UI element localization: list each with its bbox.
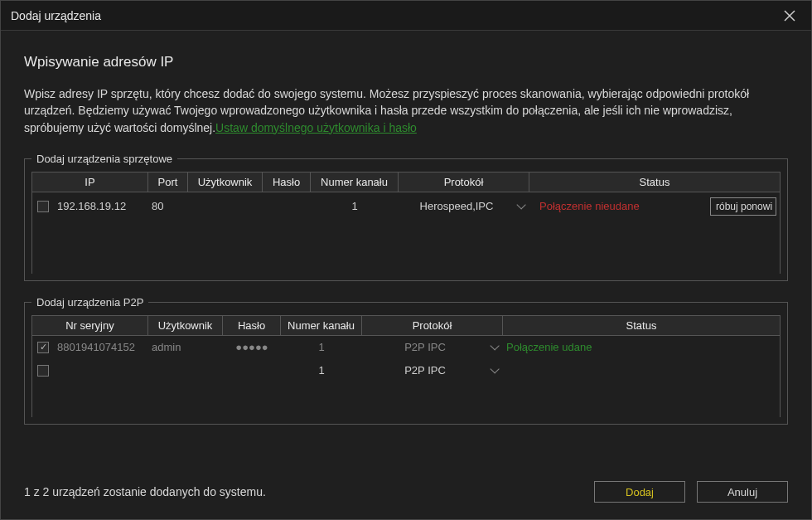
p2p-devices-group: Dodaj urządzenia P2P Nr seryjny Użytkown… [24,296,788,425]
cell-password[interactable]: ●●●●● [223,339,281,355]
description-text: Wpisz adresy IP sprzętu, który chcesz do… [24,85,788,136]
p2p-table: Nr seryjny Użytkownik Hasło Numer kanału… [31,315,781,417]
row-checkbox[interactable] [37,201,49,212]
col-status: Status [503,316,780,335]
table-row[interactable]: 8801941074152 admin ●●●●● 1 P2P IPC Połą… [32,336,780,359]
col-user: Użytkownik [188,173,263,192]
chevron-down-icon [490,365,499,374]
col-protocol: Protokół [399,173,529,192]
col-ip: IP [32,173,148,192]
table-row[interactable]: 192.168.19.12 80 1 Herospeed,IPC Połącze… [32,192,780,221]
retry-button[interactable]: róbuj ponowi [710,197,776,216]
col-status: Status [529,173,780,192]
cell-user[interactable] [188,205,263,208]
cell-serial[interactable]: 8801941074152 [54,339,148,355]
add-devices-dialog: Dodaj urządzenia Wpisywanie adresów IP W… [0,0,812,520]
cell-user[interactable]: admin [148,339,223,355]
col-user: Użytkownik [148,316,223,335]
titlebar: Dodaj urządzenia [1,1,811,31]
cell-password[interactable] [223,369,281,372]
hardware-table-body: 192.168.19.12 80 1 Herospeed,IPC Połącze… [31,192,781,274]
cell-ip[interactable]: 192.168.19.12 [54,198,148,214]
hardware-devices-group: Dodaj urządzenia sprzętowe IP Port Użytk… [24,153,788,281]
cell-channel[interactable]: 1 [281,339,362,355]
status-text: Połączenie nieudane [533,200,710,212]
chevron-down-icon [490,342,499,351]
p2p-table-header: Nr seryjny Użytkownik Hasło Numer kanału… [31,315,781,336]
set-default-credentials-link[interactable]: Ustaw domyślnego użytkownika i hasło [215,121,417,134]
chevron-down-icon [516,201,525,210]
col-channel: Numer kanału [281,316,362,335]
dialog-title: Dodaj urządzenia [11,9,778,22]
protocol-name: P2P IPC [365,341,485,353]
col-port: Port [148,173,188,192]
protocol-name: Herospeed,IPC [402,200,511,212]
cell-status: Połączenie nieudane róbuj ponowi [529,196,780,217]
hardware-group-legend: Dodaj urządzenia sprzętowe [31,153,177,165]
row-checkbox[interactable] [37,342,49,353]
status-text [503,369,780,372]
content-area: Wpisywanie adresów IP Wpisz adresy IP sp… [1,31,811,478]
p2p-group-legend: Dodaj urządzenia P2P [31,296,148,309]
row-checkbox[interactable] [37,365,49,377]
col-protocol: Protokół [362,316,503,335]
table-row[interactable]: 1 P2P IPC [32,359,780,382]
col-channel: Numer kanału [311,173,399,192]
add-button[interactable]: Dodaj [594,481,685,503]
col-serial: Nr seryjny [32,316,148,335]
cell-password[interactable] [263,205,311,208]
hardware-table: IP Port Użytkownik Hasło Numer kanału Pr… [31,172,781,274]
cancel-button[interactable]: Anuluj [697,481,788,503]
protocol-name: P2P IPC [365,364,485,377]
col-password: Hasło [223,316,281,335]
p2p-table-body: 8801941074152 admin ●●●●● 1 P2P IPC Połą… [31,336,781,417]
cell-port[interactable]: 80 [148,198,188,214]
col-password: Hasło [263,173,311,192]
cell-channel[interactable]: 1 [311,198,399,214]
cell-protocol[interactable]: Herospeed,IPC [399,198,529,214]
close-button[interactable] [778,4,801,27]
footer-status-text: 1 z 2 urządzeń zostanie dodanych do syst… [24,485,582,498]
cell-serial[interactable] [54,369,148,372]
cell-protocol[interactable]: P2P IPC [362,339,503,355]
cell-protocol[interactable]: P2P IPC [362,362,503,378]
hardware-table-header: IP Port Użytkownik Hasło Numer kanału Pr… [31,172,781,192]
page-heading: Wpisywanie adresów IP [24,54,788,70]
close-icon [784,10,795,22]
status-text: Połączenie udane [503,339,780,355]
cell-channel[interactable]: 1 [281,362,362,378]
dialog-footer: 1 z 2 urządzeń zostanie dodanych do syst… [1,478,811,519]
cell-user[interactable] [148,369,223,372]
